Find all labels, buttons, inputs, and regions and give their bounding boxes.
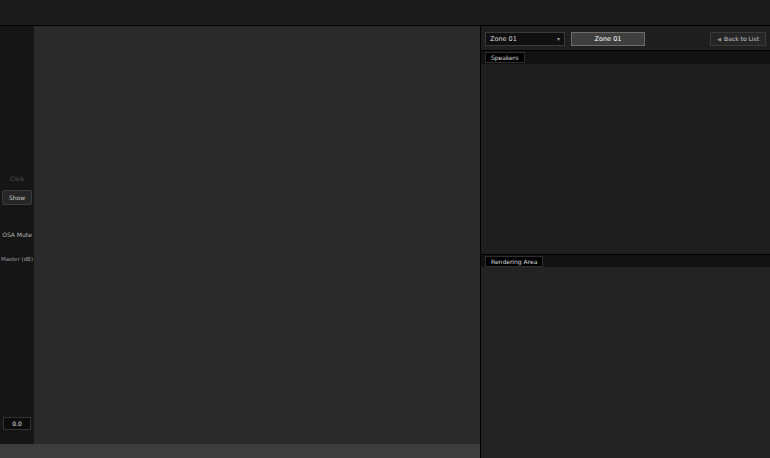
click-button[interactable]: Click [0, 156, 34, 186]
click-label: Click [10, 176, 24, 183]
back-to-list-button[interactable]: ◀ Back to List [710, 32, 766, 46]
show-button[interactable]: Show [2, 190, 32, 205]
speakers-section-title: Speakers [485, 52, 525, 63]
top-bar [0, 0, 770, 26]
osa-mute-button[interactable]: OSA Mute [0, 212, 34, 242]
speakers-section-bar: Speakers [481, 50, 770, 64]
right-panel: Zone 01 ▾ Zone 01 ◀ Back to List Speaker… [480, 26, 770, 458]
zone-select-value: Zone 01 [490, 35, 517, 43]
master-fader-section: Master (dB) 0.0 [0, 256, 34, 430]
fullscreen-icon[interactable] [750, 7, 762, 19]
rendering-area-section-title: Rendering Area [485, 256, 543, 267]
speaker-mute-icon [10, 216, 24, 230]
chevron-down-icon: ▾ [557, 35, 560, 42]
metronome-icon [10, 160, 24, 174]
chevron-left-icon: ◀ [717, 36, 721, 42]
zone-select-dropdown[interactable]: Zone 01 ▾ [485, 32, 565, 46]
back-to-list-label: Back to List [724, 35, 759, 42]
zone-header: Zone 01 ▾ Zone 01 ◀ Back to List [485, 31, 766, 46]
zone-canvas[interactable] [34, 26, 480, 444]
bottom-strip [0, 444, 480, 458]
rendering-area-panel [481, 267, 770, 458]
left-sidebar: Click Show OSA Mute Master (dB) 0.0 [0, 26, 35, 444]
zone-name-field[interactable]: Zone 01 [571, 32, 645, 46]
master-value-field[interactable]: 0.0 [3, 417, 31, 430]
master-label: Master (dB) [0, 256, 34, 262]
osa-mute-label: OSA Mute [2, 232, 32, 239]
master-fader[interactable] [0, 265, 34, 413]
rendering-area-section-bar: Rendering Area [481, 254, 770, 268]
